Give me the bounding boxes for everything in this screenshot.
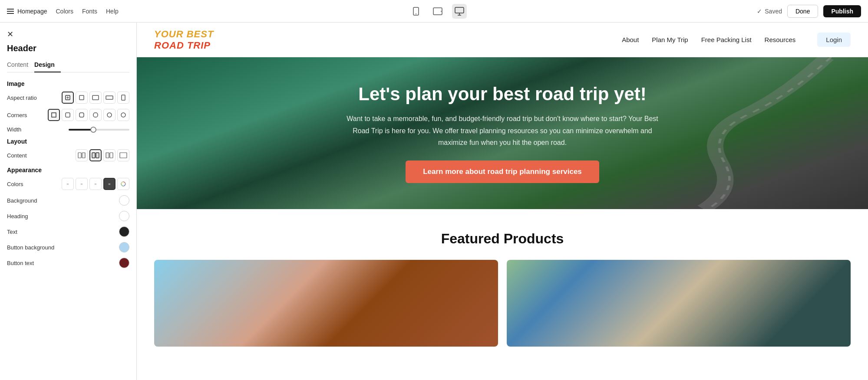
aspect-ratio-portrait[interactable] bbox=[117, 92, 129, 104]
corners-options bbox=[48, 109, 129, 121]
tab-content[interactable]: Content bbox=[7, 59, 34, 72]
hero-title: Let's plan your best road trip yet! bbox=[337, 83, 667, 105]
corner-medium[interactable] bbox=[76, 109, 88, 121]
button-text-swatch[interactable] bbox=[119, 258, 129, 268]
corner-xlarge[interactable] bbox=[103, 109, 116, 121]
svg-rect-8 bbox=[79, 95, 84, 100]
preview-area: YOUR BEST ROAD TRIP About Plan My Trip F… bbox=[137, 23, 868, 380]
aspect-ratio-label: Aspect ratio bbox=[7, 95, 37, 101]
svg-rect-22 bbox=[106, 153, 109, 158]
button-text-label: Button text bbox=[7, 260, 34, 266]
site-header: YOUR BEST ROAD TRIP About Plan My Trip F… bbox=[137, 23, 868, 57]
aspect-ratio-4-3[interactable] bbox=[89, 92, 102, 104]
svg-rect-11 bbox=[122, 95, 125, 100]
site-nav: About Plan My Trip Free Packing List Res… bbox=[622, 33, 851, 47]
button-bg-swatch[interactable] bbox=[119, 242, 129, 252]
nav-packing[interactable]: Free Packing List bbox=[701, 36, 752, 43]
layout-full[interactable] bbox=[117, 149, 129, 161]
color-preset-1[interactable]: = bbox=[62, 178, 74, 190]
corner-slight[interactable] bbox=[62, 109, 74, 121]
layout-split[interactable] bbox=[89, 149, 102, 161]
text-color-row: Text bbox=[7, 226, 129, 237]
tablet-view-button[interactable] bbox=[430, 4, 445, 19]
logo-line2: ROAD TRIP bbox=[154, 40, 214, 51]
login-button[interactable]: Login bbox=[817, 33, 851, 47]
logo-line1: YOUR BEST bbox=[154, 29, 214, 40]
aspect-ratio-wide[interactable] bbox=[103, 92, 116, 104]
saved-status: ✓ Saved bbox=[757, 8, 782, 15]
svg-rect-12 bbox=[52, 113, 56, 117]
nav-resources[interactable]: Resources bbox=[765, 36, 796, 43]
color-preset-3[interactable]: = bbox=[89, 178, 102, 190]
appearance-section-label: Appearance bbox=[7, 167, 129, 174]
text-color-label: Text bbox=[7, 229, 17, 235]
svg-rect-16 bbox=[107, 113, 112, 117]
layout-options bbox=[76, 149, 129, 161]
corner-sharp[interactable] bbox=[48, 109, 60, 121]
desktop-view-button[interactable] bbox=[452, 4, 467, 19]
corner-large[interactable] bbox=[89, 109, 102, 121]
toolbar-nav: Colors Fonts Help bbox=[56, 6, 119, 16]
svg-rect-13 bbox=[66, 113, 70, 117]
width-label: Width bbox=[7, 126, 21, 133]
aspect-ratio-square[interactable] bbox=[62, 92, 74, 104]
heading-color-row: Heading bbox=[7, 211, 129, 221]
nav-about[interactable]: About bbox=[622, 36, 639, 43]
text-color-swatch[interactable] bbox=[119, 226, 129, 237]
nav-help[interactable]: Help bbox=[106, 6, 119, 16]
layout-left[interactable] bbox=[76, 149, 88, 161]
color-preset-custom[interactable] bbox=[117, 178, 129, 190]
nav-plan[interactable]: Plan My Trip bbox=[652, 36, 688, 43]
svg-point-3 bbox=[441, 11, 442, 12]
width-slider-container bbox=[69, 129, 129, 131]
svg-rect-24 bbox=[120, 153, 127, 158]
background-color-swatch[interactable] bbox=[119, 195, 129, 206]
corner-round[interactable] bbox=[117, 109, 129, 121]
tab-design[interactable]: Design bbox=[34, 59, 61, 72]
svg-point-1 bbox=[416, 13, 416, 14]
site-logo: YOUR BEST ROAD TRIP bbox=[154, 29, 214, 51]
main-area: ✕ Header Content Design Image Aspect rat… bbox=[0, 23, 868, 380]
corners-row: Corners bbox=[7, 109, 129, 121]
colors-label: Colors bbox=[7, 181, 23, 187]
publish-button[interactable]: Publish bbox=[823, 5, 861, 17]
nav-colors[interactable]: Colors bbox=[56, 6, 73, 16]
background-label: Background bbox=[7, 197, 37, 204]
heading-color-label: Heading bbox=[7, 213, 28, 219]
mobile-view-button[interactable] bbox=[409, 4, 423, 19]
svg-rect-10 bbox=[106, 96, 113, 99]
hero-section: Let's plan your best road trip yet! Want… bbox=[137, 57, 868, 209]
product-card-1[interactable] bbox=[154, 260, 498, 347]
layout-content-label: Content bbox=[7, 152, 27, 159]
panel-close-button[interactable]: ✕ bbox=[7, 29, 13, 39]
svg-rect-23 bbox=[110, 153, 113, 158]
color-preset-4[interactable]: = bbox=[103, 178, 116, 190]
background-row: Background bbox=[7, 195, 129, 206]
hero-cta-button[interactable]: Learn more about road trip planning serv… bbox=[406, 161, 599, 183]
site-wrapper: YOUR BEST ROAD TRIP About Plan My Trip F… bbox=[137, 23, 868, 380]
menu-label: Homepage bbox=[17, 8, 47, 15]
color-presets: = = = = bbox=[62, 178, 129, 190]
layout-content-row: Content bbox=[7, 149, 129, 161]
heading-color-swatch[interactable] bbox=[119, 211, 129, 221]
done-button[interactable]: Done bbox=[787, 5, 818, 18]
toolbar-right: ✓ Saved Done Publish bbox=[757, 5, 861, 18]
svg-rect-19 bbox=[82, 153, 85, 158]
menu-button[interactable]: Homepage bbox=[7, 8, 47, 15]
panel-title: Header bbox=[7, 43, 129, 53]
svg-rect-4 bbox=[455, 7, 464, 13]
device-switcher bbox=[119, 4, 757, 19]
product-card-2[interactable] bbox=[507, 260, 851, 347]
width-slider[interactable] bbox=[69, 129, 129, 131]
button-bg-row: Button background bbox=[7, 242, 129, 252]
image-section-label: Image bbox=[7, 80, 129, 87]
toolbar: Homepage Colors Fonts Help ✓ Saved Done … bbox=[0, 0, 868, 23]
aspect-ratio-1-1[interactable] bbox=[76, 92, 88, 104]
color-preset-2[interactable]: = bbox=[76, 178, 88, 190]
svg-rect-20 bbox=[92, 153, 95, 158]
products-grid bbox=[154, 260, 851, 347]
width-row: Width bbox=[7, 126, 129, 133]
layout-right[interactable] bbox=[103, 149, 116, 161]
button-text-row: Button text bbox=[7, 258, 129, 268]
nav-fonts[interactable]: Fonts bbox=[82, 6, 97, 16]
